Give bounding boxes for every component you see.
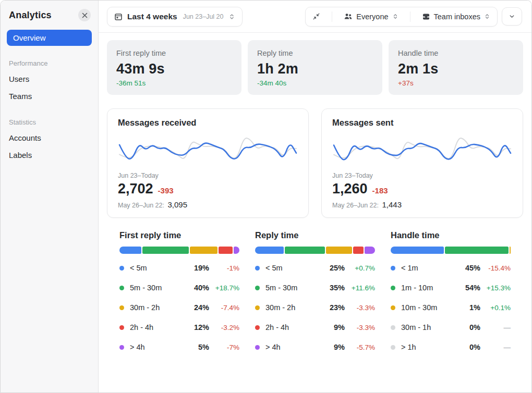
distribution-reply-time: Reply time < 5m 25% +0.7% 5m - 30m 35% +… [255,230,375,357]
stat-value: 2m 1s [398,61,514,77]
bucket-percent: 35% [321,284,345,292]
category-dot [255,286,260,290]
category-dot [119,286,124,290]
bucket-label: > 4h [130,343,185,351]
people-icon [344,13,353,20]
inbox-filter-label: Team inboxes [434,13,480,21]
distribution-handle-time: Handle time < 1m 45% -15.4% 1m - 10m 54%… [391,230,511,357]
bucket-label: 5m - 30m [130,284,185,292]
messages-sent-card: Messages sent Jun 23–Today 1,260 -183 Ma… [321,108,523,218]
category-dot [255,266,260,271]
bucket-delta: -3.3% [345,304,375,312]
distribution-row: 10m - 30m 1% +0.1% [391,298,511,317]
stat-card-handle-time: Handle time 2m 1s +37s [389,40,523,95]
main-area: Last 4 weeks Jun 23–Jul 20 [99,1,531,392]
bucket-label: 2h - 4h [130,323,185,331]
bucket-delta: — [480,343,511,351]
category-dot [391,325,395,330]
stat-label: First reply time [116,49,232,57]
toolbar: Last 4 weeks Jun 23–Jul 20 [99,1,531,33]
collapse-icon [312,13,320,20]
bucket-percent: 9% [321,323,345,331]
stat-card-first-reply-time: First reply time 43m 9s -36m 51s [107,40,241,95]
bucket-label: > 4h [265,343,321,351]
messages-received-sparkline [118,134,298,167]
distribution-row: 2h - 4h 12% -3.2% [119,317,239,337]
content-area: First reply time 43m 9s -36m 51s Reply t… [99,33,531,392]
close-button[interactable] [78,9,91,21]
bucket-percent: 25% [321,264,345,272]
distribution-row: 5m - 30m 40% +18.7% [119,278,239,298]
sidebar-section-performance: Performance [9,59,90,67]
distribution-row: 30m - 2h 24% -7.4% [119,298,239,317]
distribution-title: Handle time [391,230,511,240]
bucket-percent: 5% [185,343,209,351]
bucket-label: 30m - 1h [401,323,456,331]
sidebar-item-overview[interactable]: Overview [7,30,92,46]
chart-title: Messages received [118,118,298,128]
charts-row: Messages received Jun 23–Today 2,702 -39… [107,108,523,218]
selector-updown-icon [228,13,235,20]
category-dot [255,345,260,350]
sidebar-title: Analytics [9,10,52,21]
prev-period-value: 1,443 [382,200,402,209]
prev-period-label: May 26–Jun 22: [332,202,379,209]
distribution-bar [255,247,375,254]
bucket-percent: 12% [185,323,209,331]
sidebar-section-statistics: Statistics [9,118,90,126]
bucket-delta: — [480,324,511,331]
date-range-selector[interactable]: Last 4 weeks Jun 23–Jul 20 [107,7,243,27]
distribution-row: > 1h 0% — [391,337,511,357]
chevron-down-icon [509,13,515,20]
distribution-row: < 5m 25% +0.7% [255,258,375,278]
selector-updown-icon [392,13,398,20]
bucket-delta: +11.6% [345,284,375,292]
stats-row: First reply time 43m 9s -36m 51s Reply t… [107,40,523,95]
collapse-button[interactable] [306,7,327,26]
category-dot [119,305,124,310]
category-dot [391,286,395,290]
sidebar-item-labels[interactable]: Labels [1,146,98,164]
stat-card-reply-time: Reply time 1h 2m -34m 40s [248,40,382,95]
bucket-percent: 54% [456,284,480,292]
distribution-first-reply-time: First reply time < 5m 19% -1% 5m - 30m 4… [119,230,239,357]
bucket-delta: -15.4% [480,264,511,272]
chart-title: Messages sent [332,118,512,128]
stat-label: Handle time [398,49,514,57]
bucket-delta: -3.3% [345,324,375,331]
prev-period-value: 3,095 [167,200,187,209]
stat-label: Reply time [257,49,373,57]
distribution-row: 30m - 1h 0% — [391,317,511,337]
bucket-percent: 0% [456,323,480,331]
audience-filter-label: Everyone [356,13,388,21]
bucket-label: 2h - 4h [265,323,321,331]
bucket-delta: +18.7% [209,284,239,292]
bucket-delta: -7.4% [209,304,239,312]
sidebar: Analytics Overview Performance Users Tea… [1,1,99,392]
inbox-filter[interactable]: Team inboxes [415,7,497,26]
stat-delta: -36m 51s [116,79,232,87]
sidebar-item-teams[interactable]: Teams [1,88,98,105]
close-icon [82,13,88,18]
sidebar-item-accounts[interactable]: Accounts [1,129,98,146]
period-label: Jun 23–Today [332,172,512,179]
audience-filter[interactable]: Everyone [337,7,405,26]
bucket-percent: 40% [185,284,209,292]
date-range-label: Last 4 weeks [127,12,177,21]
distribution-row: 2h - 4h 9% -3.3% [255,317,375,337]
category-dot [391,305,395,310]
expand-menu-button[interactable] [502,7,522,26]
distribution-row: < 5m 19% -1% [119,258,239,278]
distribution-title: Reply time [255,230,375,240]
sidebar-item-users[interactable]: Users [1,70,98,88]
period-label: Jun 23–Today [118,172,298,179]
bucket-delta: +0.1% [480,304,511,312]
distribution-row: 30m - 2h 23% -3.3% [255,298,375,317]
selector-updown-icon [484,13,490,20]
distribution-title: First reply time [119,230,239,240]
stat-delta: -34m 40s [257,79,373,87]
distribution-bar [391,247,511,254]
stat-delta: +37s [398,79,514,87]
chart-value: 1,260 [332,181,368,197]
category-dot [255,305,260,310]
